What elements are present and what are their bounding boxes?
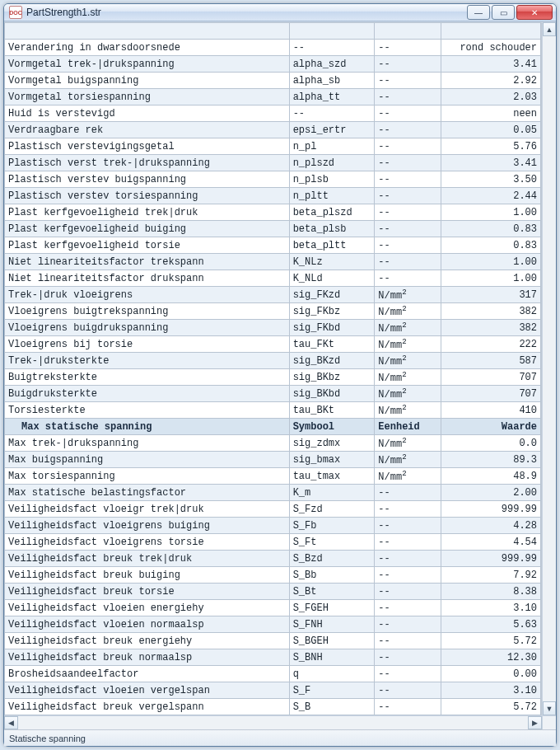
cell-label: Plastisch verstevigingsgetal: [5, 138, 290, 155]
table-row[interactable]: Torsiesterktetau_BKtN/mm2410: [5, 402, 541, 419]
cell-label: Vloeigrens buigdrukspanning: [5, 320, 290, 336]
cell-value: 5.76: [441, 138, 540, 155]
cell-unit: --: [375, 254, 441, 270]
table-row[interactable]: Plast kerfgevoeligheid trek|drukbeta_pls…: [5, 204, 541, 221]
cell-symbol: S_BNH: [289, 649, 375, 666]
table-row[interactable]: Max trek-|drukspanningsig_zdmxN/mm20.0: [5, 435, 541, 452]
table-row[interactable]: Max statische spanningSymboolEenheidWaar…: [5, 419, 541, 435]
cell-symbol: tau_BKt: [289, 402, 375, 419]
table-row[interactable]: Max buigspanningsig_bmaxN/mm289.3: [5, 452, 541, 468]
table-row[interactable]: Plastisch verstev buigspanningn_plsb--3.…: [5, 171, 541, 188]
table-row[interactable]: Verandering in dwarsdoorsnede----rond sc…: [5, 40, 541, 56]
cell-value: 3.50: [441, 171, 540, 188]
table-row[interactable]: Brosheidsaandeelfactorq--0.00: [5, 666, 541, 682]
table-row[interactable]: Veiligheidsfact breuk trek|drukS_Bzd--99…: [5, 551, 541, 567]
table-row[interactable]: Max torsiespanningtau_tmaxN/mm248.9: [5, 468, 541, 485]
cell-unit: --: [375, 518, 441, 534]
table-row[interactable]: Veiligheidsfact breuk buigingS_Bb--7.92: [5, 567, 541, 584]
table-row[interactable]: Niet lineariteitsfactor trekspannK_NLz--…: [5, 254, 541, 270]
cell-value: 410: [441, 402, 540, 419]
cell-unit: N/mm2: [375, 402, 441, 419]
cell-unit: --: [375, 485, 441, 501]
cell-value: 89.3: [441, 452, 540, 468]
maximize-button[interactable]: ▭: [492, 5, 515, 20]
table-row[interactable]: Trek-|druk vloeigrenssig_FKzdN/mm2317: [5, 287, 541, 303]
table-row[interactable]: Vloeigrens buigtrekspanningsig_FKbzN/mm2…: [5, 303, 541, 320]
table-row[interactable]: Huid is verstevigd----neen: [5, 105, 541, 122]
table-row[interactable]: Veiligheidsfact breuk torsieS_Bt--8.38: [5, 584, 541, 600]
cell-label: Huid is verstevigd: [5, 105, 290, 122]
table-row[interactable]: Trek-|druksterktesig_BKzdN/mm2587: [5, 353, 541, 369]
table-row[interactable]: Verdraagbare rekepsi_ertr--0.05: [5, 122, 541, 138]
cell-value: [441, 23, 540, 40]
minimize-button[interactable]: —: [467, 5, 490, 20]
grid-wrapper: Verandering in dwarsdoorsnede----rond sc…: [4, 22, 556, 715]
cell-label: Trek-|druk vloeigrens: [5, 287, 290, 303]
table-row[interactable]: Buigdruksterktesig_BKbdN/mm2707: [5, 386, 541, 402]
scroll-up-icon[interactable]: ▲: [543, 22, 556, 36]
cell-label: Plastisch verst trek-|drukspanning: [5, 155, 290, 171]
cell-symbol: n_pl: [289, 138, 375, 155]
table-row[interactable]: Plastisch verstevigingsgetaln_pl--5.76: [5, 138, 541, 155]
cell-symbol: n_plszd: [289, 155, 375, 171]
table-row[interactable]: Vormgetal torsiespanningalpha_tt--2.03: [5, 89, 541, 105]
cell-value: 8.38: [441, 584, 540, 600]
scroll-left-icon[interactable]: ◀: [4, 716, 18, 729]
table-row[interactable]: Plastisch verst trek-|drukspanningn_plsz…: [5, 155, 541, 171]
cell-label: Veiligheidsfact breuk energiehy: [5, 633, 290, 649]
cell-value: 12.30: [441, 649, 540, 666]
titlebar[interactable]: DOC PartStrength1.str — ▭ ✕: [4, 4, 556, 21]
cell-unit: N/mm2: [375, 303, 441, 320]
cell-unit: Eenheid: [375, 419, 441, 435]
table-row[interactable]: Veiligheidsfact vloeigr trek|drukS_Fzd--…: [5, 501, 541, 518]
scroll-right-icon[interactable]: ▶: [528, 716, 542, 729]
cell-symbol: alpha_szd: [289, 56, 375, 73]
cell-symbol: K_NLz: [289, 254, 375, 270]
cell-symbol: beta_pltt: [289, 237, 375, 254]
close-button[interactable]: ✕: [516, 5, 553, 20]
table-row[interactable]: Vloeigrens bij torsietau_FKtN/mm2222: [5, 336, 541, 353]
table-row[interactable]: Plast kerfgevoeligheid torsiebeta_pltt--…: [5, 237, 541, 254]
table-row[interactable]: Plastisch verstev torsiespanningn_pltt--…: [5, 188, 541, 204]
cell-unit: --: [375, 649, 441, 666]
cell-unit: --: [375, 105, 441, 122]
table-row[interactable]: Plast kerfgevoeligheid buigingbeta_plsb-…: [5, 221, 541, 237]
table-row[interactable]: Buigtreksterktesig_BKbzN/mm2707: [5, 369, 541, 386]
table-row[interactable]: Veiligheidsfact vloeigrens buigingS_Fb--…: [5, 518, 541, 534]
cell-value: 999.99: [441, 551, 540, 567]
cell-value: 4.28: [441, 518, 540, 534]
cell-value: 3.41: [441, 155, 540, 171]
status-text: Statische spanning: [9, 734, 86, 743]
cell-unit: --: [375, 73, 441, 89]
scroll-down-icon[interactable]: ▼: [543, 701, 556, 715]
table-row[interactable]: Niet lineariteitsfactor drukspannK_NLd--…: [5, 270, 541, 287]
table-row[interactable]: Vormgetal trek-|drukspanningalpha_szd--3…: [5, 56, 541, 73]
cell-unit: --: [375, 616, 441, 633]
cell-unit: --: [375, 534, 441, 551]
cell-unit: --: [375, 40, 441, 56]
table-row[interactable]: [5, 23, 541, 40]
vertical-scrollbar[interactable]: ▲ ▼: [542, 22, 556, 715]
cell-value: 4.54: [441, 534, 540, 551]
table-row[interactable]: Vloeigrens buigdrukspanningsig_FKbdN/mm2…: [5, 320, 541, 336]
cell-unit: --: [375, 188, 441, 204]
cell-value: 999.99: [441, 501, 540, 518]
table-row[interactable]: Veiligheidsfact vloeien vergelspanS_F--3…: [5, 682, 541, 699]
table-row[interactable]: Vormgetal buigspanningalpha_sb--2.92: [5, 73, 541, 89]
cell-symbol: K_m: [289, 485, 375, 501]
data-grid[interactable]: Verandering in dwarsdoorsnede----rond sc…: [4, 22, 542, 715]
table-row[interactable]: Veiligheidsfact vloeien normaalspS_FNH--…: [5, 616, 541, 633]
cell-label: Max torsiespanning: [5, 468, 290, 485]
cell-label: Verdraagbare rek: [5, 122, 290, 138]
horizontal-scrollbar[interactable]: ◀ ▶: [4, 716, 542, 729]
table-row[interactable]: Veiligheidsfact breuk energiehyS_BGEH--5…: [5, 633, 541, 649]
table-row[interactable]: Max statische belastingsfactorK_m--2.00: [5, 485, 541, 501]
cell-unit: N/mm2: [375, 468, 441, 485]
cell-label: Vormgetal torsiespanning: [5, 89, 290, 105]
table-row[interactable]: Veiligheidsfact vloeien energiehyS_FGEH-…: [5, 600, 541, 616]
table-row[interactable]: Veiligheidsfact breuk normaalspS_BNH--12…: [5, 649, 541, 666]
cell-symbol: Symbool: [289, 419, 375, 435]
cell-unit: N/mm2: [375, 287, 441, 303]
table-row[interactable]: Veiligheidsfact vloeigrens torsieS_Ft--4…: [5, 534, 541, 551]
table-row[interactable]: Veiligheidsfact breuk vergelspannS_B--5.…: [5, 699, 541, 715]
